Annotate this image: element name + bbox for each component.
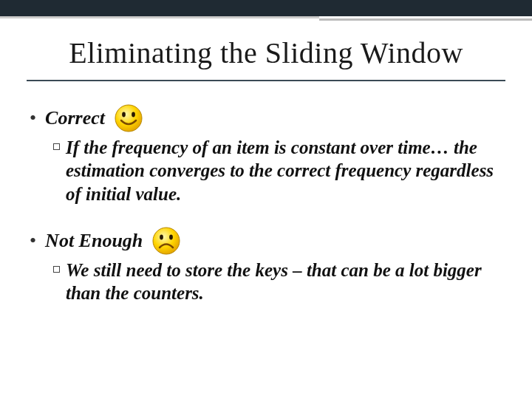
svg-point-1 xyxy=(122,112,126,117)
sub-bullet-icon xyxy=(53,143,60,150)
bullet-dot-icon: • xyxy=(30,107,36,129)
bullet-label: Correct xyxy=(45,107,105,129)
bullet-point: • Correct xyxy=(30,103,502,205)
bullet-dot-icon: • xyxy=(30,230,36,252)
svg-point-5 xyxy=(169,234,173,239)
bullet-point: • Not Enough xyxy=(30,226,502,305)
smiley-icon xyxy=(114,103,143,133)
bullet-label: Not Enough xyxy=(45,230,143,252)
sub-bullet-icon xyxy=(53,266,60,273)
frown-icon xyxy=(151,226,181,256)
svg-point-0 xyxy=(115,105,142,132)
svg-point-3 xyxy=(153,228,180,254)
slide-title: Eliminating the Sliding Window xyxy=(0,35,532,70)
slide-top-stripe xyxy=(0,0,532,16)
slide-content: • Correct xyxy=(30,103,502,325)
bullet-header: • Not Enough xyxy=(30,226,502,256)
svg-point-4 xyxy=(160,234,163,239)
slide-accent-line xyxy=(0,16,532,21)
sub-bullet-row: We still need to store the keys – that c… xyxy=(30,259,502,305)
bullet-header: • Correct xyxy=(30,103,502,133)
slide-title-underline xyxy=(27,80,505,81)
sub-bullet-row: If the frequency of an item is constant … xyxy=(30,136,502,205)
sub-bullet-text: We still need to store the keys – that c… xyxy=(66,259,502,305)
svg-point-2 xyxy=(132,112,135,117)
sub-bullet-text: If the frequency of an item is constant … xyxy=(66,136,502,205)
